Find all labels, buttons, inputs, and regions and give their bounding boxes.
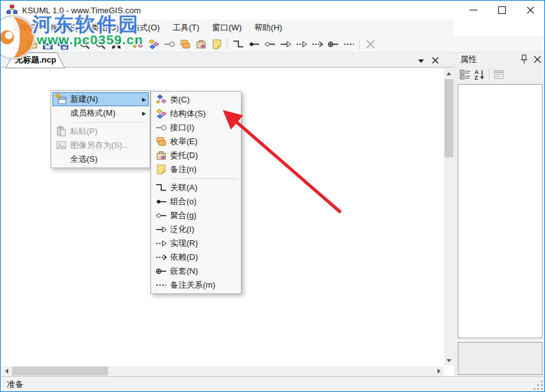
dependency-icon [152,251,170,264]
resize-grip-icon[interactable] [534,381,543,390]
aggregation-icon [264,38,276,51]
scroll-down-button[interactable] [444,355,454,365]
association-button[interactable] [231,37,245,51]
properties-list[interactable] [458,84,542,338]
generalization-icon [279,38,292,51]
submenu-item[interactable]: 接口(I) [152,121,240,135]
realization-icon [152,237,170,250]
pin-panel-button[interactable] [518,54,530,65]
diagram-canvas[interactable]: 新建(N)▶成员格式(M)▶粘贴(P)图像另存为(S)...全选(S) 类(C)… [1,68,454,376]
open-folder-icon [25,38,38,51]
submenu-item-label: 聚合(g) [170,210,238,221]
context-menu-item: 图像另存为(S)... [52,138,149,152]
categorized-button[interactable] [458,68,472,82]
close-button[interactable] [516,1,544,20]
enum-icon [179,38,192,51]
submenu-item[interactable]: 备注(n) [152,162,240,176]
properties-title: 属性 [456,54,518,65]
app-icon [6,4,18,16]
menubar-item[interactable]: 文件(F) [5,20,45,36]
menubar-item[interactable]: 编辑(E) [45,20,85,36]
composition-button[interactable] [247,37,261,51]
note-link-icon [343,38,355,51]
submenu-item[interactable]: 嵌套(N) [152,264,240,278]
tabstrip: 无标题.ncp [1,52,454,68]
submenu-item[interactable]: 结构体(S) [152,107,240,121]
delegate-button[interactable] [193,37,208,51]
scroll-right-button[interactable] [434,366,444,376]
tab-untitled[interactable]: 无标题.ncp [6,52,65,68]
app-window: KSUML 1.0 - www.TimeGIS.com 文件(F)编辑(E)类图… [0,0,545,392]
submenu-item[interactable]: 泛化(I) [152,223,240,236]
maximize-button[interactable] [487,1,516,20]
menubar-item[interactable]: 工具(T) [166,20,206,36]
submenu-item[interactable]: 依赖(D) [152,250,240,264]
submenu-item[interactable]: 委托(D) [152,149,240,162]
menubar-item[interactable]: 帮助(H) [248,20,288,36]
submenu-item-label: 委托(D) [170,150,238,161]
menubar-item[interactable]: 窗口(W) [205,20,248,36]
zoom-out-button[interactable] [93,37,107,51]
nesting-button[interactable] [326,37,340,51]
submenu-item[interactable]: 组合(o) [152,195,240,209]
submenu-item[interactable]: 聚合(g) [152,209,240,223]
new-file-button[interactable] [8,37,23,51]
scroll-left-button[interactable] [1,366,11,376]
class-icon [132,38,144,51]
scroll-up-button[interactable] [444,68,454,78]
vertical-scrollbar[interactable] [444,68,454,365]
menubar-item[interactable]: 类图(D) [85,20,125,36]
submenu-item[interactable]: 实现(R) [152,236,240,250]
tab-close-button[interactable] [430,55,441,66]
submenu-item[interactable]: 关联(A) [152,181,240,195]
chevron-right-icon [438,369,441,374]
note-link-button[interactable] [341,37,356,51]
chevron-up-icon [446,72,451,75]
tab-list-dropdown-button[interactable] [415,55,426,66]
realization-button[interactable] [294,37,309,51]
context-menu-item[interactable]: 新建(N)▶ [52,92,149,106]
zoom-in-button[interactable] [77,37,92,51]
categorized-icon [459,68,472,81]
zoom-fit-icon [110,38,123,51]
horizontal-scroll-thumb[interactable] [12,367,108,376]
context-menu-item-label: 图像另存为(S)... [70,140,147,151]
submenu-arrow-icon: ▶ [140,111,147,116]
submenu-item-label: 组合(o) [170,196,238,207]
delete-button[interactable] [363,37,377,51]
property-pages-button [492,68,506,82]
save-all-button[interactable] [56,37,70,51]
close-panel-button[interactable] [532,54,543,65]
close-icon [524,4,537,16]
new-item-icon [52,93,70,106]
toolbar-separator [73,39,74,50]
note-button[interactable] [209,37,224,51]
interface-button[interactable] [162,37,176,51]
minimize-button[interactable] [459,1,487,20]
context-menu-item[interactable]: 全选(S) [52,152,149,166]
context-menu-item[interactable]: 成员格式(M)▶ [52,106,149,120]
tab-label: 无标题.ncp [6,54,65,66]
open-folder-button[interactable] [24,37,39,51]
menubar-item[interactable]: 格式(O) [125,20,166,36]
enum-button[interactable] [178,37,192,51]
aggregation-button[interactable] [262,37,277,51]
dependency-button[interactable] [310,37,324,51]
submenu-item[interactable]: 类(C) [152,93,240,107]
context-menu-item: 粘贴(P) [52,125,149,138]
submenu-item[interactable]: 备注关系(m) [152,278,240,292]
aggregation-icon [152,209,170,222]
class-button[interactable] [130,37,145,51]
sort-az-button[interactable]: AZ [472,68,486,82]
horizontal-scrollbar[interactable] [1,366,444,376]
submenu-item[interactable]: 枚举(E) [152,135,240,149]
zoom-out-icon [94,38,107,51]
struct-button[interactable] [146,37,161,51]
submenu-item-label: 嵌套(N) [170,266,238,277]
save-button[interactable] [40,37,54,51]
vertical-scroll-thumb[interactable] [444,79,453,157]
generalization-button[interactable] [278,37,293,51]
zoom-fit-button[interactable] [109,37,123,51]
submenu-item-label: 枚举(E) [170,136,238,147]
context-menu-item-label: 成员格式(M) [70,107,140,119]
